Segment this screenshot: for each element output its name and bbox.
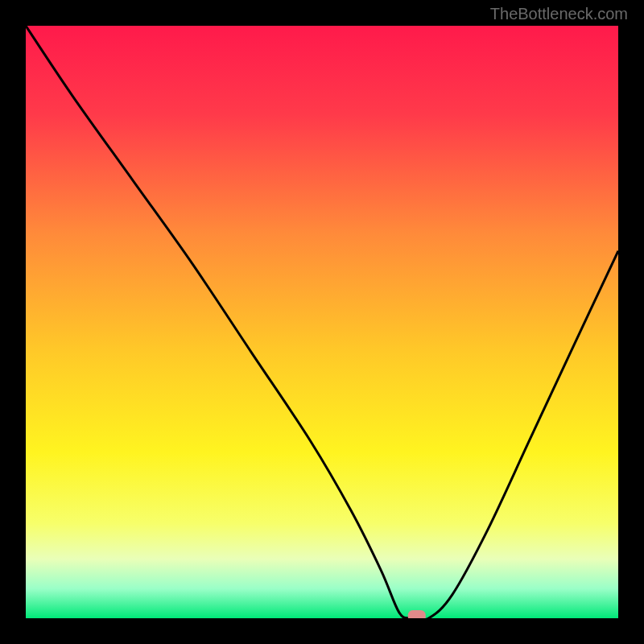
watermark-text: TheBottleneck.com <box>490 5 628 23</box>
chart-plot-area <box>26 26 618 618</box>
optimal-marker <box>408 610 426 618</box>
chart-svg <box>26 26 618 618</box>
chart-background <box>26 26 618 618</box>
